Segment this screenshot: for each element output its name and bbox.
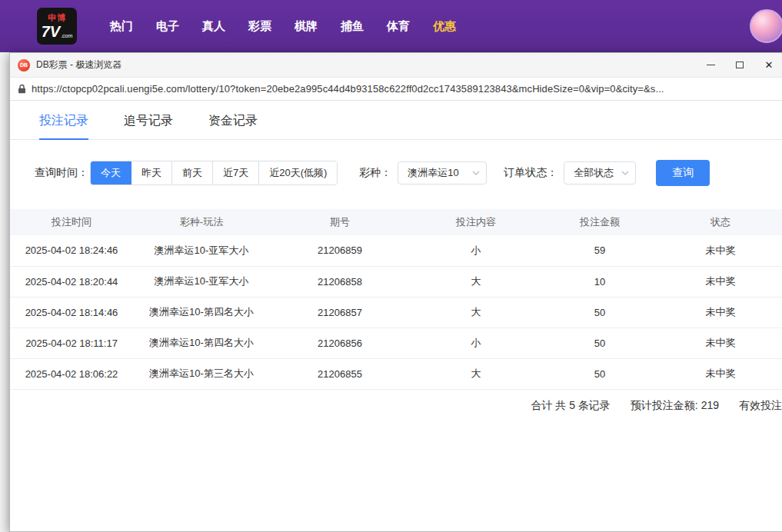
- maximize-icon: [736, 62, 744, 68]
- cell-bet-time: 2025-04-02 18:14:46: [10, 297, 133, 328]
- window-controls: ✕: [696, 53, 782, 77]
- lottery-filter-label: 彩种：: [359, 166, 391, 180]
- cell-amount: 50: [542, 328, 657, 358]
- cell-issue: 21206856: [270, 328, 410, 358]
- nav-item-live[interactable]: 真人: [191, 0, 237, 52]
- close-button[interactable]: ✕: [754, 53, 782, 77]
- col-header-content: 投注内容: [410, 209, 542, 235]
- maximize-button[interactable]: [725, 53, 754, 77]
- cell-issue: 21206855: [270, 358, 410, 389]
- table-row: 2025-04-02 18:11:17 澳洲幸运10-第四名大小 2120685…: [10, 328, 782, 358]
- col-header-playtype: 彩种-玩法: [133, 209, 270, 235]
- minimize-icon: [707, 65, 715, 65]
- window-titlebar: DB DB彩票 - 极速浏览器 ✕: [10, 53, 782, 78]
- time-option-7days[interactable]: 近7天: [213, 161, 259, 185]
- logo-text-top: 申博: [48, 13, 66, 23]
- summary-total: 合计 共 5 条记录: [531, 399, 610, 413]
- browser-window: DB DB彩票 - 极速浏览器 ✕ https://ctopcp02pcali.…: [9, 52, 782, 532]
- browser-favicon-icon: DB: [18, 59, 30, 71]
- time-option-daybefore[interactable]: 前天: [172, 161, 213, 185]
- cell-issue: 21206857: [270, 297, 410, 328]
- cell-content: 大: [410, 358, 542, 389]
- cell-amount: 50: [542, 297, 657, 328]
- cell-playtype: 澳洲幸运10-亚军大小: [133, 266, 270, 297]
- address-bar[interactable]: https://ctopcp02pcali.uengi5e.com/lotter…: [10, 78, 782, 101]
- bet-records-table: 投注时间 彩种-玩法 期号 投注内容 投注金额 状态 2025-04-02 18…: [10, 209, 782, 390]
- cell-status: 未中奖: [657, 297, 782, 328]
- record-tabs: 投注记录 追号记录 资金记录: [10, 101, 782, 140]
- cell-issue: 21206859: [270, 235, 410, 266]
- logo-text-bottom: 7V.com: [42, 23, 73, 40]
- cell-content: 大: [410, 266, 542, 297]
- lock-icon[interactable]: [18, 84, 26, 94]
- summary-row: 合计 共 5 条记录 预计投注金额: 219 有效投注: [10, 390, 782, 422]
- time-option-20days[interactable]: 近20天(低频): [259, 161, 337, 185]
- tab-chase-records[interactable]: 追号记录: [124, 113, 173, 139]
- cell-playtype: 澳洲幸运10-第三名大小: [133, 358, 270, 389]
- cell-bet-time: 2025-04-02 18:24:46: [10, 235, 133, 266]
- window-title: DB彩票 - 极速浏览器: [36, 58, 696, 71]
- col-header-amount: 投注金额: [542, 209, 657, 235]
- tab-fund-records[interactable]: 资金记录: [208, 113, 258, 139]
- cell-issue: 21206858: [270, 266, 410, 297]
- status-filter-label: 订单状态：: [504, 166, 557, 180]
- lottery-select-value: 澳洲幸运10: [408, 166, 458, 180]
- search-button[interactable]: 查询: [656, 160, 710, 186]
- cell-amount: 10: [542, 266, 657, 297]
- table-row: 2025-04-02 18:24:46 澳洲幸运10-亚军大小 21206859…: [10, 235, 782, 266]
- top-nav-bar: 申博 7V.com 热门 电子 真人 彩票 棋牌 捕鱼 体育 优惠: [0, 0, 782, 52]
- col-header-issue: 期号: [270, 209, 410, 235]
- minimize-button[interactable]: [696, 53, 725, 77]
- site-logo[interactable]: 申博 7V.com: [37, 8, 77, 45]
- url-text[interactable]: https://ctopcp02pcali.uengi5e.com/lotter…: [32, 83, 664, 95]
- nav-item-promo[interactable]: 优惠: [421, 0, 468, 52]
- nav-item-hot[interactable]: 热门: [98, 0, 145, 52]
- time-range-group: 今天 昨天 前天 近7天 近20天(低频): [90, 161, 338, 185]
- nav-item-lottery[interactable]: 彩票: [237, 0, 283, 52]
- chevron-down-icon: [472, 171, 480, 175]
- cell-status: 未中奖: [657, 266, 782, 297]
- tab-bet-records[interactable]: 投注记录: [39, 113, 88, 140]
- table-row: 2025-04-02 18:14:46 澳洲幸运10-第四名大小 2120685…: [10, 297, 782, 328]
- time-option-yesterday[interactable]: 昨天: [131, 161, 172, 185]
- table-header-row: 投注时间 彩种-玩法 期号 投注内容 投注金额 状态: [10, 209, 782, 235]
- user-avatar[interactable]: [750, 9, 782, 43]
- cell-amount: 59: [542, 235, 657, 266]
- main-menu: 热门 电子 真人 彩票 棋牌 捕鱼 体育 优惠: [98, 0, 468, 52]
- cell-content: 大: [410, 297, 542, 328]
- cell-bet-time: 2025-04-02 18:11:17: [10, 328, 133, 358]
- time-filter-label: 查询时间：: [35, 166, 88, 180]
- col-header-time: 投注时间: [10, 209, 133, 235]
- lottery-select[interactable]: 澳洲幸运10: [398, 161, 487, 185]
- summary-valid-bet: 有效投注: [739, 399, 782, 413]
- nav-item-fishing[interactable]: 捕鱼: [329, 0, 375, 52]
- status-select[interactable]: 全部状态: [564, 161, 636, 185]
- cell-bet-time: 2025-04-02 18:20:44: [10, 266, 133, 297]
- status-select-value: 全部状态: [574, 166, 614, 180]
- cell-status: 未中奖: [657, 358, 782, 389]
- cell-status: 未中奖: [657, 328, 782, 358]
- filter-bar: 查询时间： 今天 昨天 前天 近7天 近20天(低频) 彩种： 澳洲幸运10 订…: [35, 160, 782, 186]
- cell-bet-time: 2025-04-02 18:06:22: [10, 358, 133, 389]
- table-row: 2025-04-02 18:20:44 澳洲幸运10-亚军大小 21206858…: [10, 266, 782, 297]
- cell-playtype: 澳洲幸运10-亚军大小: [133, 235, 270, 266]
- cell-content: 小: [410, 235, 542, 266]
- cell-playtype: 澳洲幸运10-第四名大小: [133, 328, 270, 358]
- table-row: 2025-04-02 18:06:22 澳洲幸运10-第三名大小 2120685…: [10, 358, 782, 389]
- cell-amount: 50: [542, 358, 657, 389]
- nav-item-sports[interactable]: 体育: [375, 0, 421, 52]
- nav-item-slots[interactable]: 电子: [145, 0, 191, 52]
- close-icon: ✕: [765, 60, 774, 70]
- time-option-today[interactable]: 今天: [91, 161, 131, 185]
- chevron-down-icon: [621, 171, 629, 175]
- col-header-status: 状态: [657, 209, 782, 235]
- page-content: 投注记录 追号记录 资金记录 查询时间： 今天 昨天 前天 近7天 近20天(低…: [10, 101, 782, 531]
- cell-playtype: 澳洲幸运10-第四名大小: [133, 297, 270, 328]
- cell-status: 未中奖: [657, 235, 782, 266]
- summary-expected-amount: 预计投注金额: 219: [631, 399, 719, 413]
- nav-item-cards[interactable]: 棋牌: [283, 0, 329, 52]
- cell-content: 小: [410, 328, 542, 358]
